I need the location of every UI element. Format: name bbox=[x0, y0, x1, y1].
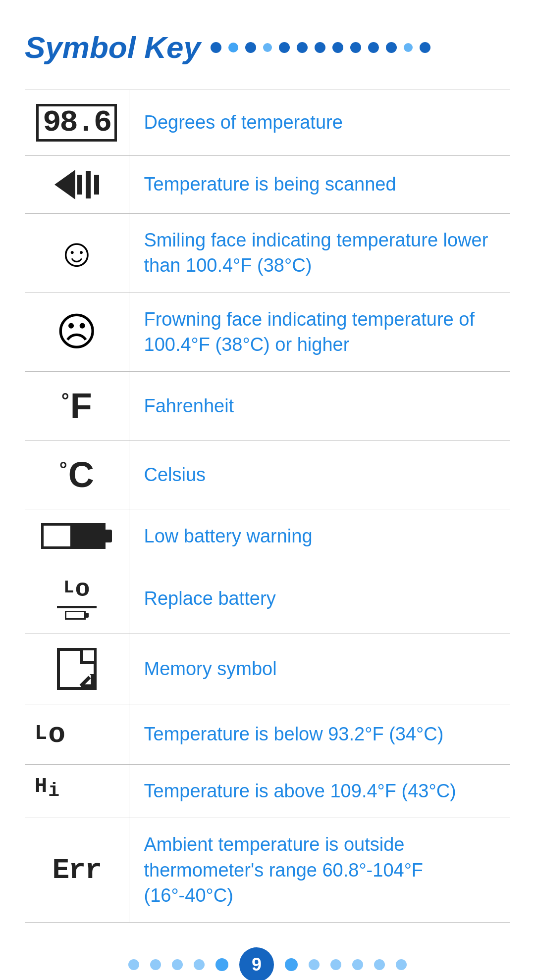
header-dot-10 bbox=[368, 42, 379, 53]
replace-battery-icon: L o bbox=[35, 577, 119, 620]
symbol-cell-err: Err bbox=[25, 818, 129, 923]
symbol-cell-smile: ☺ bbox=[25, 214, 129, 293]
hi-h-letter: H bbox=[35, 775, 47, 798]
table-row: Memory symbol bbox=[25, 634, 510, 704]
lo-l-big: L bbox=[35, 722, 47, 745]
desc-cell-celsius: Celsius bbox=[129, 441, 510, 509]
header-dot-5 bbox=[279, 42, 290, 53]
battery-fill bbox=[70, 526, 103, 546]
description-text: Low battery warning bbox=[144, 526, 313, 546]
desc-cell-err: Ambient temperature is outside thermomet… bbox=[129, 818, 510, 923]
symbol-cell-memory bbox=[25, 634, 129, 704]
scan-bar-3 bbox=[94, 175, 99, 195]
memory-icon bbox=[35, 648, 119, 690]
description-text: Temperature is being scanned bbox=[144, 174, 396, 195]
description-text: Smiling face indicating temperature lowe… bbox=[144, 230, 488, 276]
footer-dot-2 bbox=[150, 959, 161, 970]
symbol-cell-celsius: ° C bbox=[25, 441, 129, 509]
header-dot-4 bbox=[263, 43, 272, 52]
description-text: Temperature is below 93.2°F (34°C) bbox=[144, 724, 444, 744]
scan-bar-1 bbox=[77, 175, 82, 195]
scan-bar-2 bbox=[86, 171, 91, 198]
description-text: Memory symbol bbox=[144, 658, 277, 679]
footer-dot-1 bbox=[128, 959, 139, 970]
header-dot-12 bbox=[404, 43, 413, 52]
battery-tip bbox=[105, 530, 112, 542]
symbol-cell-scan bbox=[25, 156, 129, 214]
lo-text-small: L o bbox=[63, 577, 90, 602]
desc-cell-temp-display: Degrees of temperature bbox=[129, 90, 510, 156]
description-text: Ambient temperature is outside thermomet… bbox=[144, 834, 424, 906]
table-row: ☹ Frowning face indicating temperature o… bbox=[25, 293, 510, 372]
symbol-cell-battery-low bbox=[25, 509, 129, 563]
symbol-cell-frown: ☹ bbox=[25, 293, 129, 372]
footer-dot-8 bbox=[309, 959, 320, 970]
err-icon: Err bbox=[35, 854, 119, 886]
desc-cell-memory: Memory symbol bbox=[129, 634, 510, 704]
page-title: Symbol Key bbox=[25, 30, 201, 65]
hi-i-letter: i bbox=[48, 780, 59, 801]
hi-above-icon: H i bbox=[35, 780, 119, 803]
footer-dot-10 bbox=[352, 959, 363, 970]
desc-cell-scan: Temperature is being scanned bbox=[129, 156, 510, 214]
memory-box bbox=[57, 648, 97, 690]
battery-low-icon bbox=[35, 523, 119, 549]
desc-cell-fahrenheit: Fahrenheit bbox=[129, 372, 510, 441]
memory-arrow-svg bbox=[76, 669, 98, 691]
desc-cell-frown: Frowning face indicating temperature of … bbox=[129, 293, 510, 372]
symbol-cell-fahrenheit: ° F bbox=[25, 372, 129, 441]
footer-dot-4 bbox=[194, 959, 205, 970]
desc-cell-battery-low: Low battery warning bbox=[129, 509, 510, 563]
description-text: Degrees of temperature bbox=[144, 112, 343, 133]
degree-symbol: ° bbox=[59, 458, 67, 481]
symbol-cell-replace-battery: L o bbox=[25, 563, 129, 634]
footer-dots: 9 bbox=[25, 947, 510, 980]
footer-dot-11 bbox=[374, 959, 385, 970]
symbol-cell-hi-above: H i bbox=[25, 765, 129, 818]
table-row: 98.6 Degrees of temperature bbox=[25, 90, 510, 156]
page-header: Symbol Key bbox=[25, 30, 510, 65]
description-text: Temperature is above 109.4°F (43°C) bbox=[144, 781, 456, 801]
battery-small-tip bbox=[86, 613, 89, 618]
c-letter: C bbox=[68, 454, 94, 495]
table-row: L o Temperature is below 93.2°F (34°C) bbox=[25, 704, 510, 765]
footer-dot-current: 9 bbox=[239, 947, 274, 980]
header-dot-8 bbox=[332, 42, 343, 53]
degree-symbol: ° bbox=[61, 390, 69, 412]
lo-l-letter: L bbox=[63, 579, 74, 597]
header-dot-6 bbox=[297, 42, 308, 53]
table-row: L o Replace battery bbox=[25, 563, 510, 634]
battery-body bbox=[41, 523, 106, 549]
page-number: 9 bbox=[252, 954, 262, 975]
table-row: ° C Celsius bbox=[25, 441, 510, 509]
description-text: Celsius bbox=[144, 464, 206, 485]
f-letter: F bbox=[70, 386, 92, 426]
scan-arrow-icon bbox=[35, 170, 119, 199]
description-text: Fahrenheit bbox=[144, 395, 234, 416]
footer-dot-5-adjacent bbox=[215, 958, 228, 971]
temp-display-icon: 98.6 bbox=[36, 104, 117, 142]
header-dot-3 bbox=[245, 42, 256, 53]
lo-underline bbox=[57, 606, 97, 608]
symbol-cell-temp-display: 98.6 bbox=[25, 90, 129, 156]
desc-cell-smile: Smiling face indicating temperature lowe… bbox=[129, 214, 510, 293]
desc-cell-hi-above: Temperature is above 109.4°F (43°C) bbox=[129, 765, 510, 818]
lo-o-letter: o bbox=[75, 577, 90, 602]
battery-small-body bbox=[65, 611, 86, 620]
header-dot-9 bbox=[350, 42, 361, 53]
description-text: Replace battery bbox=[144, 588, 276, 609]
table-row: ☺ Smiling face indicating temperature lo… bbox=[25, 214, 510, 293]
symbol-cell-lo-below: L o bbox=[25, 704, 129, 765]
scan-bars-icon bbox=[77, 171, 99, 198]
arrow-left-icon bbox=[54, 170, 75, 199]
lo-o-big: o bbox=[48, 718, 65, 750]
fahrenheit-icon: ° F bbox=[35, 386, 119, 426]
header-dot-13 bbox=[420, 42, 430, 53]
frown-face-icon: ☹ bbox=[35, 312, 119, 352]
table-row: Low battery warning bbox=[25, 509, 510, 563]
table-row: Temperature is being scanned bbox=[25, 156, 510, 214]
footer-dot-12 bbox=[396, 959, 407, 970]
table-row: Err Ambient temperature is outside therm… bbox=[25, 818, 510, 923]
description-text: Frowning face indicating temperature of … bbox=[144, 309, 475, 355]
page-container: Symbol Key 98.6 Degrees of temperature bbox=[0, 0, 535, 980]
